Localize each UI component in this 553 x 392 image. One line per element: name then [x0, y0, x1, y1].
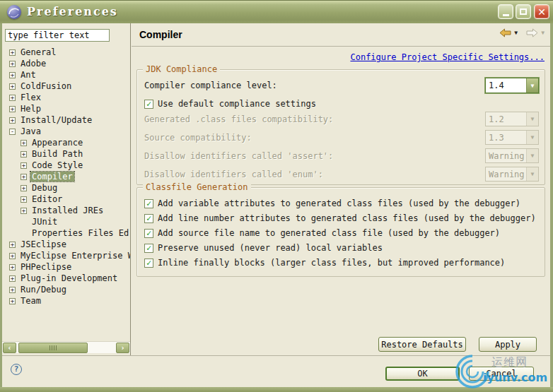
checkbox-checked-icon[interactable]: ✓	[144, 259, 153, 268]
tree-item-appearance[interactable]: +Appearance	[2, 137, 131, 148]
option-label: Add source file name to generated class …	[158, 228, 500, 238]
tree-item-java[interactable]: -Java	[2, 126, 131, 137]
tree-item-label: JSEclipse	[19, 239, 68, 249]
tree-item-plug-in-development[interactable]: +Plug-in Development	[2, 273, 131, 284]
combo-disallow-identifiers-called-assert: Warning▼	[485, 148, 539, 163]
row-disallow-identifiers-called-enum: Disallow identifiers called 'enum':Warni…	[144, 167, 539, 182]
tree-horizontal-scrollbar[interactable]: ‹ ›	[2, 341, 131, 353]
tree-expander-icon[interactable]: +	[21, 151, 27, 158]
tree: +General+Adobe+Ant+ColdFusion+Flex+Help+…	[2, 47, 131, 307]
tree-item-label: Install/Update	[19, 115, 93, 125]
back-arrow-icon[interactable]	[499, 28, 511, 37]
apply-button[interactable]: Apply	[479, 337, 537, 352]
combo-value: Warning	[486, 170, 526, 179]
form-label: Disallow identifiers called 'enum':	[144, 170, 323, 179]
option-label: Preserve unused (never read) local varia…	[158, 243, 383, 253]
chevron-down-icon[interactable]: ▼	[526, 78, 538, 93]
tree-expander-icon[interactable]: +	[9, 275, 16, 282]
tree-expander-icon[interactable]: +	[9, 117, 16, 124]
tree-item-editor[interactable]: +Editor	[2, 194, 131, 205]
tree-item-code-style[interactable]: +Code Style	[2, 160, 131, 171]
tree-item-build-path[interactable]: +Build Path	[2, 148, 131, 160]
preferences-dialog: Preferences ✕ +General+Adobe+Ant+ColdFus…	[0, 0, 553, 392]
tree-expander-icon[interactable]: +	[9, 253, 16, 259]
tree-expander-icon[interactable]: +	[9, 264, 16, 271]
tree-item-label: PHPeclipse	[19, 262, 73, 272]
tree-expander-icon[interactable]: +	[21, 185, 27, 191]
tree-expander-icon[interactable]: +	[9, 49, 16, 56]
tree-expander-icon[interactable]: +	[21, 162, 27, 169]
tree-item-installed-jres[interactable]: +Installed JREs	[2, 205, 131, 216]
help-icon[interactable]: ?	[11, 364, 22, 375]
configure-project-specific-settings-link[interactable]: Configure Project Specific Settings...	[350, 52, 545, 62]
filter-input[interactable]	[5, 29, 110, 42]
tree-item-label: Flex	[19, 93, 42, 102]
checkbox-checked-icon[interactable]: ✓	[144, 100, 153, 109]
tree-item-coldfusion[interactable]: +ColdFusion	[2, 81, 131, 92]
tree-expander-icon[interactable]: +	[21, 196, 27, 203]
tree-item-junit[interactable]: JUnit	[2, 216, 131, 227]
minimize-button[interactable]	[498, 4, 513, 19]
tree-item-general[interactable]: +General	[2, 47, 131, 58]
restore-defaults-button[interactable]: Restore Defaults	[378, 337, 466, 352]
tree-expander-icon[interactable]: +	[9, 61, 16, 67]
tree-item-install-update[interactable]: +Install/Update	[2, 114, 131, 126]
row-source-compatibility: Source compatibility:1.3▼	[144, 130, 539, 145]
tree-expander-icon[interactable]: +	[21, 140, 27, 146]
tree-item-myeclipse-enterprise-w[interactable]: +MyEclipse Enterprise W	[2, 250, 131, 261]
cancel-button[interactable]: Cancel	[469, 367, 534, 381]
maximize-icon	[520, 8, 527, 15]
checkbox-checked-icon[interactable]: ✓	[144, 214, 153, 223]
tree-item-adobe[interactable]: +Adobe	[2, 58, 131, 69]
option-add-line-number-attributes-to-generated-[interactable]: ✓Add line number attributes to generated…	[144, 212, 540, 225]
tree-expander-icon[interactable]: +	[9, 242, 16, 248]
checkbox-checked-icon[interactable]: ✓	[144, 244, 153, 253]
row-disallow-identifiers-called-assert: Disallow identifiers called 'assert':War…	[144, 148, 539, 164]
tree-item-phpeclipse[interactable]: +PHPeclipse	[2, 261, 131, 273]
chevron-down-icon: ▼	[526, 112, 538, 126]
tree-item-compiler[interactable]: +Compiler	[2, 171, 131, 182]
tree-item-flex[interactable]: +Flex	[2, 92, 131, 103]
checkbox-checked-icon[interactable]: ✓	[144, 229, 153, 238]
tree-expander-icon[interactable]: -	[9, 129, 16, 135]
tree-expander-icon[interactable]: +	[9, 298, 16, 304]
tree-item-label: Compiler	[30, 172, 74, 182]
option-inline-finally-blocks-larger-class-files[interactable]: ✓Inline finally blocks (larger class fil…	[144, 256, 540, 269]
tree-item-debug[interactable]: +Debug	[2, 182, 131, 194]
tree-expander-icon[interactable]: +	[9, 287, 16, 293]
tree-expander-icon[interactable]: +	[21, 174, 27, 180]
tree-item-jseclipse[interactable]: +JSEclipse	[2, 239, 131, 250]
tree-expander-icon[interactable]: +	[9, 72, 16, 78]
option-preserve-unused-never-read-local-variabl[interactable]: ✓Preserve unused (never read) local vari…	[144, 242, 540, 254]
tree-item-ant[interactable]: +Ant	[2, 69, 131, 81]
titlebar[interactable]: Preferences ✕	[0, 0, 553, 23]
option-add-variable-attributes-to-generated-cla[interactable]: ✓Add variable attributes to generated cl…	[144, 197, 540, 210]
tree-expander-icon[interactable]: +	[21, 208, 27, 214]
use-default-compliance-checkbox-row[interactable]: ✓ Use default compliance settings	[144, 97, 540, 110]
option-label: Add line number attributes to generated …	[158, 213, 536, 223]
tree-item-help[interactable]: +Help	[2, 103, 131, 114]
tree-expander-icon[interactable]: +	[9, 106, 16, 112]
close-button[interactable]: ✕	[534, 4, 549, 19]
checkbox-checked-icon[interactable]: ✓	[144, 199, 153, 208]
option-label: Inline finally blocks (larger class file…	[158, 258, 505, 268]
scroll-right-button[interactable]: ›	[116, 343, 129, 353]
tree-item-label: Team	[19, 296, 42, 306]
page-header: Compiler ▼ ▼	[132, 23, 550, 47]
tree-item-properties-files-ed[interactable]: Properties Files Ed	[2, 227, 131, 239]
scrollbar-thumb[interactable]	[18, 343, 88, 353]
tree-item-label: Plug-in Development	[19, 273, 119, 283]
tree-item-run-debug[interactable]: +Run/Debug	[2, 284, 131, 295]
option-label: Add variable attributes to generated cla…	[158, 198, 520, 208]
row-generated-class-files-compatibility: Generated .class files compatibility:1.2…	[144, 112, 539, 127]
tree-expander-icon[interactable]: +	[9, 83, 16, 90]
ok-button[interactable]: OK	[385, 367, 460, 381]
scroll-left-button[interactable]: ‹	[3, 343, 16, 353]
compliance-level-combo[interactable]: 1.4 ▼	[485, 78, 539, 93]
back-history-dropdown-icon[interactable]: ▼	[514, 30, 518, 36]
maximize-button[interactable]	[516, 4, 531, 19]
option-add-source-file-name-to-generated-class-[interactable]: ✓Add source file name to generated class…	[144, 227, 540, 239]
tree-item-team[interactable]: +Team	[2, 295, 131, 307]
tree-expander-icon[interactable]: +	[9, 95, 16, 101]
form-label: Generated .class files compatibility:	[144, 114, 333, 124]
